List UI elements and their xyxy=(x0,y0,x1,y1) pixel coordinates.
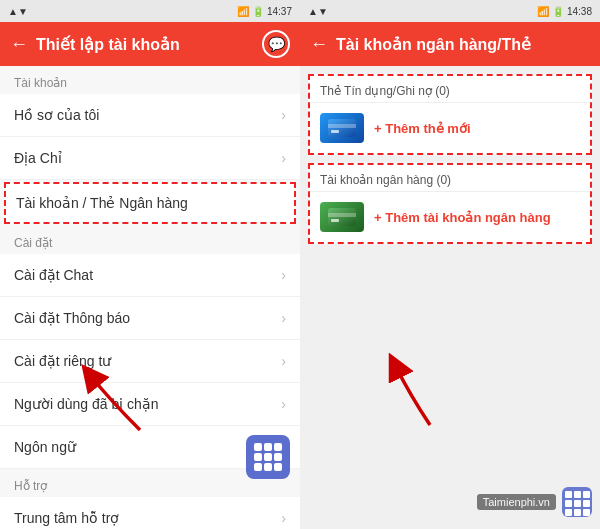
status-right-time: 📶 🔋 14:38 xyxy=(537,6,592,17)
add-bank-account-text: + Thêm tài khoản ngân hàng xyxy=(374,210,551,225)
battery-icon-right: 🔋 xyxy=(552,6,564,17)
right-header: ← Tài khoản ngân hàng/Thẻ xyxy=(300,22,600,66)
signal-icon-right: ▲▼ xyxy=(308,6,328,17)
chevron-icon-profile: › xyxy=(281,107,286,123)
page-title-right: Tài khoản ngân hàng/Thẻ xyxy=(336,35,531,54)
chevron-icon-support: › xyxy=(281,510,286,526)
add-credit-card-item[interactable]: + Thêm thẻ mới xyxy=(310,103,590,153)
menu-item-language-label: Ngôn ngữ xyxy=(14,439,76,455)
menu-item-bank-label: Tài khoản / Thẻ Ngân hàng xyxy=(16,195,188,211)
add-credit-card-text: + Thêm thẻ mới xyxy=(374,121,471,136)
signal-icon: ▲▼ xyxy=(8,6,28,17)
chevron-icon-chat: › xyxy=(281,267,286,283)
bank-card-icon xyxy=(320,202,364,232)
watermark-text: Taimienphi.vn xyxy=(477,494,556,510)
wifi-icon-right: 📶 xyxy=(537,6,549,17)
credit-card-section: Thẻ Tín dụng/Ghi nợ (0) xyxy=(308,74,592,155)
menu-item-address[interactable]: Địa Chỉ › xyxy=(0,137,300,180)
status-bar-right-info: 📶 🔋 14:37 xyxy=(237,6,292,17)
menu-item-privacy[interactable]: Cài đặt riêng tư › xyxy=(0,340,300,383)
right-content: Thẻ Tín dụng/Ghi nợ (0) xyxy=(300,66,600,529)
right-panel: ▲▼ 📶 🔋 14:38 ← Tài khoản ngân hàng/Thẻ T… xyxy=(300,0,600,529)
menu-item-privacy-label: Cài đặt riêng tư xyxy=(14,353,111,369)
back-button-left[interactable]: ← xyxy=(10,34,28,55)
right-header-left: ← Tài khoản ngân hàng/Thẻ xyxy=(310,34,531,55)
credit-card-icon xyxy=(320,113,364,143)
watermark-grid-icon xyxy=(562,487,592,517)
left-panel: ▲▼ 📶 🔋 14:37 ← Thiết lập tài khoản 💬 Tài… xyxy=(0,0,300,529)
svg-rect-1 xyxy=(328,124,356,128)
menu-item-notification-label: Cài đặt Thông báo xyxy=(14,310,130,326)
back-button-right[interactable]: ← xyxy=(310,34,328,55)
menu-item-blocked[interactable]: Người dùng đã bị chặn › xyxy=(0,383,300,426)
left-header: ← Thiết lập tài khoản 💬 xyxy=(0,22,300,66)
svg-rect-4 xyxy=(328,213,356,217)
status-bar-left: ▲▼ 📶 🔋 14:37 xyxy=(0,0,300,22)
credit-card-label: Thẻ Tín dụng/Ghi nợ (0) xyxy=(310,76,590,103)
chevron-icon-blocked: › xyxy=(281,396,286,412)
menu-item-profile-label: Hồ sơ của tôi xyxy=(14,107,99,123)
add-bank-account-item[interactable]: + Thêm tài khoản ngân hàng xyxy=(310,192,590,242)
status-bar-left-icons: ▲▼ xyxy=(8,6,28,17)
menu-item-notification[interactable]: Cài đặt Thông báo › xyxy=(0,297,300,340)
menu-item-support[interactable]: Trung tâm hỗ trợ › xyxy=(0,497,300,529)
header-left-group: ← Thiết lập tài khoản xyxy=(10,34,180,55)
menu-item-support-label: Trung tâm hỗ trợ xyxy=(14,510,119,526)
chevron-icon-notification: › xyxy=(281,310,286,326)
svg-rect-2 xyxy=(331,130,339,133)
menu-item-profile[interactable]: Hồ sơ của tôi › xyxy=(0,94,300,137)
time-left: 14:37 xyxy=(267,6,292,17)
menu-item-blocked-label: Người dùng đã bị chặn xyxy=(14,396,159,412)
status-right-icons: ▲▼ xyxy=(308,6,328,17)
section-label-account: Tài khoản xyxy=(0,66,300,94)
menu-item-chat-settings[interactable]: Cài đặt Chat › xyxy=(0,254,300,297)
battery-icon: 🔋 xyxy=(252,6,264,17)
section-label-settings: Cài đặt xyxy=(0,226,300,254)
page-title-left: Thiết lập tài khoản xyxy=(36,35,180,54)
time-right: 14:38 xyxy=(567,6,592,17)
menu-item-address-label: Địa Chỉ xyxy=(14,150,62,166)
wifi-icon: 📶 xyxy=(237,6,249,17)
chevron-icon-privacy: › xyxy=(281,353,286,369)
floating-menu-button-left[interactable] xyxy=(246,435,290,479)
bank-account-label: Tài khoản ngân hàng (0) xyxy=(310,165,590,192)
menu-item-chat-label: Cài đặt Chat xyxy=(14,267,93,283)
chat-icon-button[interactable]: 💬 xyxy=(262,30,290,58)
svg-rect-5 xyxy=(331,219,339,222)
watermark: Taimienphi.vn xyxy=(477,487,592,517)
bank-account-section: Tài khoản ngân hàng (0) xyxy=(308,163,592,244)
menu-item-bank[interactable]: Tài khoản / Thẻ Ngân hàng xyxy=(4,182,296,224)
dots-grid-left xyxy=(254,443,282,471)
chevron-icon-address: › xyxy=(281,150,286,166)
status-bar-right: ▲▼ 📶 🔋 14:38 xyxy=(300,0,600,22)
